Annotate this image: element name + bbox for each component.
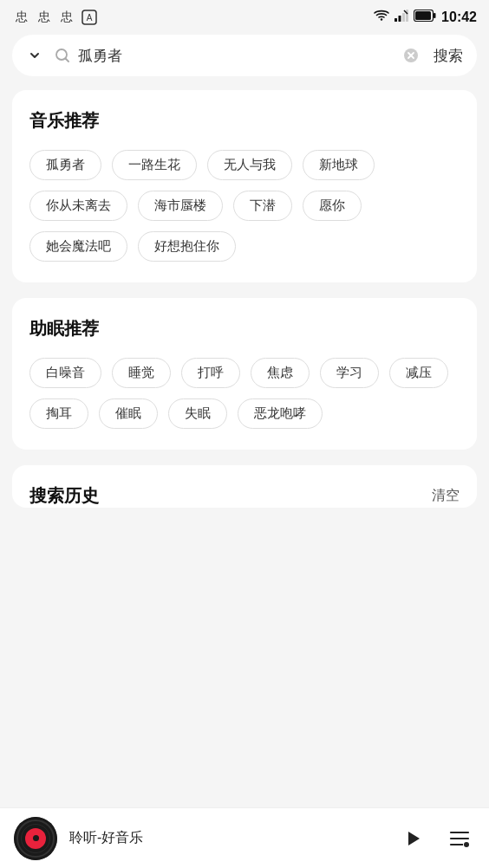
playlist-button[interactable] [444,823,475,854]
sleep-tag-6[interactable]: 掏耳 [29,398,88,429]
music-recommendation-card: 音乐推荐 孤勇者 一路生花 无人与我 新地球 你从未离去 海市蜃楼 下潜 愿你 … [12,90,477,282]
notification-icon-3: 忠 [57,9,76,26]
history-title: 搜索历史 [29,484,99,508]
sleep-tag-2[interactable]: 打呼 [181,358,240,388]
search-icon [54,47,71,64]
music-tag-3[interactable]: 新地球 [303,150,375,180]
music-tag-0[interactable]: 孤勇者 [29,150,101,180]
play-button[interactable] [397,823,428,854]
bottom-player: 聆听-好音乐 [0,807,489,868]
status-left: 忠 忠 忠 A [12,9,99,26]
music-section-title: 音乐推荐 [29,109,460,133]
svg-text:A: A [87,13,93,23]
sleep-tag-7[interactable]: 催眠 [99,398,158,429]
notification-icon-1: 忠 [12,9,31,26]
album-art[interactable] [14,817,57,860]
music-tag-2[interactable]: 无人与我 [207,150,292,180]
svg-rect-3 [399,16,401,22]
sleep-tag-3[interactable]: 焦虑 [251,358,310,388]
music-tag-6[interactable]: 下潜 [233,191,292,221]
svg-rect-8 [415,11,431,20]
sleep-section-title: 助眠推荐 [29,317,460,340]
history-header: 搜索历史 清空 [29,484,460,508]
svg-rect-5 [406,10,408,22]
status-right: 10:42 [374,10,477,25]
music-tag-8[interactable]: 她会魔法吧 [29,231,127,262]
history-clear-button[interactable]: 清空 [432,487,460,505]
music-tag-group: 孤勇者 一路生花 无人与我 新地球 你从未离去 海市蜃楼 下潜 愿你 她会魔法吧… [29,150,460,262]
search-button[interactable]: 搜索 [430,46,466,66]
time-display: 10:42 [441,10,477,25]
music-tag-7[interactable]: 愿你 [303,191,362,221]
sleep-tag-5[interactable]: 减压 [389,358,448,388]
status-bar: 忠 忠 忠 A [0,0,489,35]
sleep-recommendation-card: 助眠推荐 白噪音 睡觉 打呼 焦虑 学习 减压 掏耳 催眠 失眠 恶龙咆哮 [12,298,477,450]
search-history-card: 搜索历史 清空 [12,465,477,508]
music-tag-5[interactable]: 海市蜃楼 [138,191,223,221]
signal-icon [394,10,408,25]
music-tag-1[interactable]: 一路生花 [112,150,197,180]
search-bar: 孤勇者 搜索 [12,35,477,76]
sleep-tag-8[interactable]: 失眠 [168,398,227,429]
sleep-tag-1[interactable]: 睡觉 [112,358,171,388]
svg-rect-2 [394,18,397,22]
notification-icon-2: 忠 [35,9,54,26]
svg-rect-4 [402,13,405,22]
music-tag-4[interactable]: 你从未离去 [29,191,127,221]
sleep-tag-0[interactable]: 白噪音 [29,358,101,388]
search-clear-button[interactable] [399,43,423,68]
music-tag-9[interactable]: 好想抱住你 [138,231,236,262]
accessibility-icon: A [80,9,99,26]
search-input[interactable]: 孤勇者 [78,47,392,64]
player-title: 聆听-好音乐 [69,829,385,847]
svg-point-20 [464,842,469,847]
sleep-tag-9[interactable]: 恶龙咆哮 [238,398,323,429]
search-dropdown-button[interactable] [23,43,47,68]
player-controls [397,823,475,854]
wifi-icon [374,10,389,25]
sleep-tag-4[interactable]: 学习 [320,358,379,388]
battery-icon [414,10,436,25]
svg-marker-15 [408,832,420,845]
sleep-tag-group: 白噪音 睡觉 打呼 焦虑 学习 减压 掏耳 催眠 失眠 恶龙咆哮 [29,358,460,429]
svg-rect-9 [434,13,436,18]
player-info: 聆听-好音乐 [69,829,385,847]
svg-line-11 [66,59,69,62]
